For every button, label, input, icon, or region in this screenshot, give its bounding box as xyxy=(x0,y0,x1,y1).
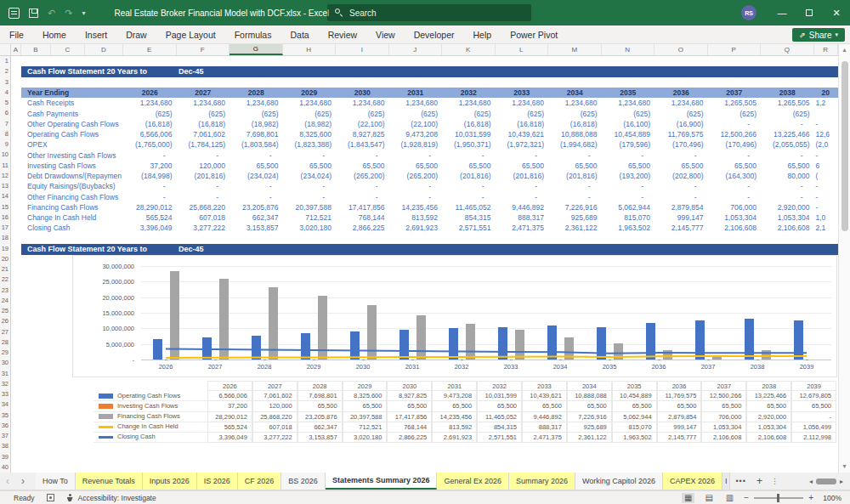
cell[interactable]: - xyxy=(761,119,814,129)
cell[interactable]: (164,300) xyxy=(708,171,762,181)
cell[interactable]: (16,818) xyxy=(548,119,602,129)
sheet-tab-i[interactable]: I xyxy=(722,473,731,490)
sheet-tab-capex-2026[interactable]: CAPEX 2026 xyxy=(663,473,722,490)
cell[interactable]: (625) xyxy=(177,109,230,119)
cell[interactable]: - xyxy=(442,150,496,161)
vertical-scrollbar[interactable]: ▲ ▼ xyxy=(838,44,850,473)
cell[interactable]: - xyxy=(708,150,762,161)
cell[interactable]: (16,818) xyxy=(496,119,549,129)
sheet-tab-cf-2026[interactable]: CF 2026 xyxy=(238,473,282,490)
cell[interactable]: - xyxy=(496,181,549,191)
statement-banner[interactable]: Cash Flow Statement 20 Years to Dec-45 xyxy=(21,66,838,77)
row-header-24[interactable]: 24 xyxy=(0,296,10,306)
row-header-36[interactable]: 36 xyxy=(0,421,10,431)
cell[interactable]: (16,818) xyxy=(123,119,177,129)
row-header-28[interactable]: 28 xyxy=(0,337,10,348)
column-header-M[interactable]: M xyxy=(548,44,602,55)
cell[interactable]: (234,024) xyxy=(230,171,283,181)
cell[interactable]: 9,473,208 xyxy=(389,129,443,139)
cell[interactable]: (625) xyxy=(548,109,602,119)
minimize-button[interactable]: — xyxy=(768,0,796,25)
cell[interactable]: - xyxy=(177,192,230,202)
cell[interactable]: 5,062,944 xyxy=(602,202,655,212)
cell[interactable]: 65,500 xyxy=(496,161,549,171)
save-icon[interactable] xyxy=(29,8,38,18)
cell[interactable]: (184,998) xyxy=(123,171,177,181)
sheet-tab-how-to[interactable]: How To xyxy=(36,473,76,490)
cell[interactable]: (16,818) xyxy=(442,119,496,129)
cell[interactable]: - xyxy=(761,192,814,202)
column-header-F[interactable]: F xyxy=(177,44,230,55)
ribbon-tab-formulas[interactable]: Formulas xyxy=(225,25,281,44)
cell[interactable]: (22,100) xyxy=(336,119,389,129)
row-header-34[interactable]: 34 xyxy=(0,399,10,410)
cell[interactable]: 7,226,916 xyxy=(548,202,602,212)
cell[interactable]: - xyxy=(442,181,496,191)
sheet-tab-general-ex-2026[interactable]: General Ex 2026 xyxy=(437,473,509,490)
cell[interactable]: 1,234,680 xyxy=(230,98,283,108)
cell[interactable]: - xyxy=(389,181,443,191)
share-button[interactable]: ⇗ Share ▾ xyxy=(792,28,845,42)
cell[interactable]: (625) xyxy=(123,109,177,119)
cell[interactable]: 2,866,225 xyxy=(336,223,389,233)
cell[interactable]: 11,769,575 xyxy=(654,129,708,139)
cell[interactable]: (625) xyxy=(389,109,443,119)
cell[interactable]: 1,234,680 xyxy=(177,98,230,108)
cell[interactable]: 813,592 xyxy=(389,212,443,223)
cell[interactable]: - xyxy=(336,181,389,191)
sheet-tab-revenue-totals[interactable]: Revenue Totals xyxy=(76,473,143,490)
row-header-2[interactable]: 2 xyxy=(0,66,10,76)
cell[interactable]: - xyxy=(283,192,337,202)
row-header-32[interactable]: 32 xyxy=(0,379,10,389)
column-header-C[interactable]: C xyxy=(51,44,85,55)
cell[interactable]: - xyxy=(123,192,177,202)
undo-icon[interactable]: ↶ xyxy=(48,8,55,18)
cell[interactable]: (625) xyxy=(283,109,337,119)
ribbon-tab-data[interactable]: Data xyxy=(280,25,318,44)
column-header-B[interactable]: B xyxy=(21,44,51,55)
row-header-30[interactable]: 30 xyxy=(0,358,10,368)
cell[interactable]: (625) xyxy=(654,109,708,119)
sheet-tab-is-2026[interactable]: IS 2026 xyxy=(197,473,238,490)
cell[interactable]: 2,571,551 xyxy=(442,223,496,233)
cell[interactable]: (265,200) xyxy=(336,171,389,181)
ribbon-tab-power-pivot[interactable]: Power Pivot xyxy=(501,25,567,44)
cell[interactable]: 14,235,456 xyxy=(389,202,443,212)
hscroll-right-icon[interactable]: ▸ xyxy=(840,478,843,485)
cell[interactable]: 888,317 xyxy=(496,212,549,223)
page-break-view-icon[interactable]: ▥ xyxy=(723,493,736,503)
row-header-8[interactable]: 8 xyxy=(0,129,10,139)
cell[interactable]: - xyxy=(336,192,389,202)
cell[interactable]: - xyxy=(336,150,389,161)
column-header-D[interactable]: D xyxy=(85,44,123,55)
cell[interactable]: 10,031,599 xyxy=(442,129,496,139)
column-header-A[interactable]: A xyxy=(11,44,21,55)
cell[interactable]: 662,347 xyxy=(230,212,283,223)
row-header-38[interactable]: 38 xyxy=(0,441,10,451)
cell[interactable]: (625) xyxy=(336,109,389,119)
cell[interactable]: 2,471,375 xyxy=(496,223,549,233)
year-header-row[interactable]: Year Ending20262027202820292030203120322… xyxy=(21,88,838,99)
cell[interactable]: 1,053,304 xyxy=(761,212,814,223)
cell[interactable]: 25,868,220 xyxy=(177,202,230,212)
cell[interactable]: 65,500 xyxy=(442,161,496,171)
hscroll-left-icon[interactable]: ◂ xyxy=(809,478,813,485)
page-layout-view-icon[interactable]: ▤ xyxy=(702,493,715,503)
ribbon-tab-developer[interactable]: Developer xyxy=(405,25,464,44)
row-header-21[interactable]: 21 xyxy=(0,264,10,275)
cell[interactable]: 65,500 xyxy=(654,161,708,171)
row-header-31[interactable]: 31 xyxy=(0,369,10,379)
zoom-out-icon[interactable]: − xyxy=(744,493,749,502)
cell[interactable]: 9,446,892 xyxy=(496,202,549,212)
ribbon-tab-page-layout[interactable]: Page Layout xyxy=(156,25,225,44)
cell[interactable]: - xyxy=(230,192,283,202)
cell[interactable]: 607,018 xyxy=(177,212,230,223)
cell[interactable]: - xyxy=(708,192,762,202)
cell[interactable]: 999,147 xyxy=(654,212,708,223)
row-header-39[interactable]: 39 xyxy=(0,452,10,462)
cell[interactable]: - xyxy=(708,119,762,129)
cell[interactable]: (201,816) xyxy=(496,171,549,181)
ribbon-tab-review[interactable]: Review xyxy=(319,25,366,44)
cell[interactable]: (1,784,125) xyxy=(177,139,230,150)
cell[interactable]: 8,927,825 xyxy=(336,129,389,139)
